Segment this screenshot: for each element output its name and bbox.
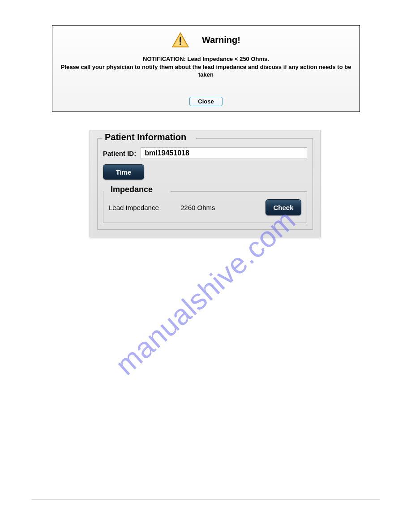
lead-impedance-label: Lead Impedance <box>109 204 180 211</box>
warning-title: Warning! <box>202 35 240 45</box>
check-button[interactable]: Check <box>265 199 301 215</box>
close-button[interactable]: Close <box>189 97 222 106</box>
warning-body: NOTIFICATION: Lead Impedance < 250 Ohms.… <box>52 52 360 97</box>
patient-id-input[interactable] <box>141 147 307 159</box>
impedance-row: Lead Impedance 2260 Ohms Check <box>109 199 301 215</box>
patient-id-label: Patient ID: <box>103 150 136 157</box>
warning-instruction-line: Please call your physician to notify the… <box>58 63 354 79</box>
impedance-fieldset: Impedance Lead Impedance 2260 Ohms Check <box>103 191 307 223</box>
svg-rect-2 <box>180 37 181 43</box>
patient-info-panel: Patient Information Patient ID: Time Imp… <box>90 130 321 237</box>
warning-dialog: Warning! NOTIFICATION: Lead Impedance < … <box>52 25 360 112</box>
impedance-legend: Impedance <box>108 185 155 194</box>
warning-icon <box>171 32 189 48</box>
patient-id-row: Patient ID: <box>103 147 307 159</box>
lead-impedance-value: 2260 Ohms <box>180 204 265 211</box>
warning-notification-line: NOTIFICATION: Lead Impedance < 250 Ohms. <box>58 55 354 63</box>
patient-info-legend: Patient Information <box>102 132 189 142</box>
warning-header: Warning! <box>52 26 360 52</box>
patient-info-fieldset: Patient Information Patient ID: Time Imp… <box>97 138 313 230</box>
svg-point-3 <box>180 43 181 45</box>
time-button[interactable]: Time <box>103 164 144 180</box>
footer-divider <box>31 499 380 500</box>
